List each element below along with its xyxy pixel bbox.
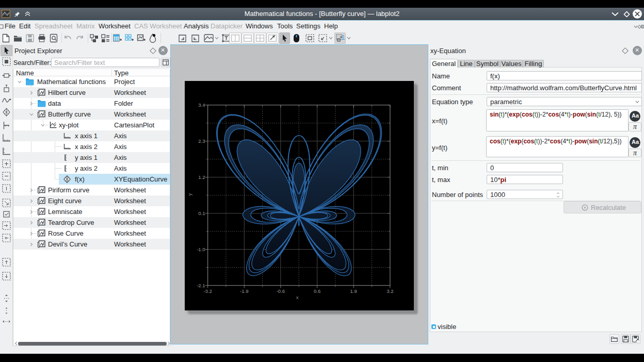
svg-text:3.2: 3.2 (387, 288, 393, 294)
svg-text:-1.9: -1.9 (240, 288, 248, 294)
svg-text:y: y (187, 193, 192, 195)
svg-text:-0.6: -0.6 (277, 288, 285, 294)
svg-text:0.1: 0.1 (198, 210, 205, 216)
svg-text:0.6: 0.6 (314, 288, 320, 294)
svg-text:3.4: 3.4 (198, 102, 205, 108)
svg-text:-2.1: -2.1 (197, 283, 205, 288)
svg-text:-1.0: -1.0 (197, 246, 205, 252)
svg-text:1.2: 1.2 (198, 174, 205, 180)
svg-text:1.9: 1.9 (350, 288, 357, 294)
svg-text:-3.2: -3.2 (203, 288, 212, 294)
svg-text:x: x (296, 294, 299, 300)
svg-text:2.3: 2.3 (198, 138, 205, 144)
